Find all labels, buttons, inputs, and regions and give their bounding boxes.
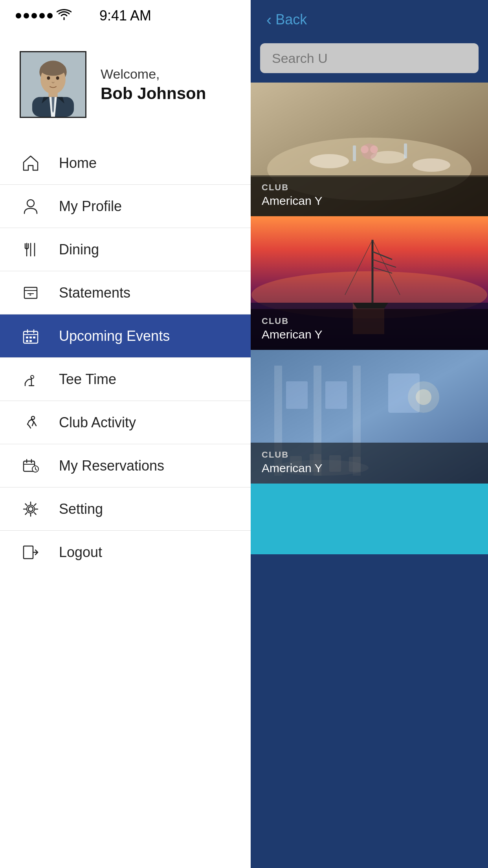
tee-time-icon bbox=[20, 371, 42, 388]
profile-header: Welcome, Bob Johnson bbox=[0, 31, 251, 142]
svg-point-3 bbox=[40, 62, 66, 76]
back-label: Back bbox=[275, 11, 307, 28]
welcome-label: Welcome, bbox=[101, 66, 206, 82]
sidebar-item-my-profile[interactable]: My Profile bbox=[0, 185, 251, 228]
svg-rect-54 bbox=[353, 145, 356, 161]
svg-point-13 bbox=[27, 200, 34, 207]
svg-rect-27 bbox=[29, 337, 32, 338]
sidebar-item-home-label: Home bbox=[59, 155, 97, 171]
card-1-name-label: American Y bbox=[262, 194, 477, 208]
card-1-club-label: CLUB bbox=[262, 182, 477, 193]
sidebar-item-logout-label: Logout bbox=[59, 544, 102, 561]
search-input[interactable] bbox=[272, 51, 467, 66]
events-icon bbox=[20, 327, 42, 345]
card-1-overlay: CLUB American Y bbox=[251, 175, 488, 216]
svg-point-53 bbox=[413, 158, 450, 172]
svg-line-37 bbox=[29, 419, 31, 421]
cards-list: CLUB American Y bbox=[251, 83, 488, 868]
back-button[interactable]: ‹ Back bbox=[266, 11, 307, 29]
right-panel: ‹ Back bbox=[251, 0, 488, 868]
logout-icon bbox=[20, 544, 42, 561]
sidebar-item-logout[interactable]: Logout bbox=[0, 531, 251, 574]
status-bar: 9:41 AM bbox=[0, 0, 251, 31]
nav-menu: Home My Profile Dining bbox=[0, 142, 251, 868]
reservations-icon bbox=[20, 457, 42, 474]
svg-point-58 bbox=[370, 145, 378, 153]
signal-indicators bbox=[16, 9, 72, 23]
card-3-club-label: CLUB bbox=[262, 450, 477, 460]
right-header: ‹ Back bbox=[251, 4, 488, 35]
svg-rect-26 bbox=[26, 337, 28, 338]
sidebar-item-statements[interactable]: $ Statements bbox=[0, 271, 251, 314]
club-card-2[interactable]: CLUB American Y bbox=[251, 216, 488, 350]
sidebar-item-statements-label: Statements bbox=[59, 285, 130, 301]
svg-rect-75 bbox=[325, 381, 347, 409]
svg-rect-47 bbox=[24, 546, 33, 559]
card-2-name-label: American Y bbox=[262, 328, 477, 341]
svg-rect-28 bbox=[33, 337, 35, 338]
svg-point-57 bbox=[361, 145, 369, 153]
left-panel: 9:41 AM bbox=[0, 0, 251, 868]
svg-point-45 bbox=[28, 507, 33, 511]
statements-icon: $ bbox=[20, 284, 42, 302]
sidebar-item-my-reservations-label: My Reservations bbox=[59, 458, 164, 474]
wifi-icon bbox=[57, 9, 72, 23]
search-bar[interactable] bbox=[260, 43, 479, 73]
avatar bbox=[20, 51, 86, 118]
user-name: Bob Johnson bbox=[101, 84, 206, 103]
dot1 bbox=[16, 13, 21, 18]
sidebar-item-dining[interactable]: Dining bbox=[0, 228, 251, 271]
cell-signal bbox=[16, 13, 53, 18]
sidebar-item-tee-time-label: Tee Time bbox=[59, 371, 116, 388]
sidebar-item-club-activity-label: Club Activity bbox=[59, 414, 136, 431]
profile-icon bbox=[20, 198, 42, 215]
card-3-name-label: American Y bbox=[262, 462, 477, 475]
dining-icon bbox=[20, 241, 42, 258]
svg-point-35 bbox=[31, 416, 35, 419]
dot4 bbox=[39, 13, 45, 18]
card-2-club-label: CLUB bbox=[262, 316, 477, 326]
club-card-1[interactable]: CLUB American Y bbox=[251, 83, 488, 216]
club-activity-icon bbox=[20, 414, 42, 431]
status-time: 9:41 AM bbox=[99, 7, 151, 24]
svg-point-33 bbox=[31, 375, 34, 379]
sidebar-item-upcoming-events-label: Upcoming Events bbox=[59, 328, 170, 344]
svg-point-51 bbox=[310, 154, 349, 168]
sidebar-item-setting-label: Setting bbox=[59, 501, 103, 517]
welcome-text: Welcome, Bob Johnson bbox=[101, 66, 206, 103]
dot3 bbox=[31, 13, 37, 18]
sidebar-item-club-activity[interactable]: Club Activity bbox=[0, 401, 251, 444]
svg-text:$: $ bbox=[29, 292, 31, 296]
sidebar-item-tee-time[interactable]: Tee Time bbox=[0, 358, 251, 401]
club-card-3[interactable]: CLUB American Y bbox=[251, 350, 488, 484]
card-2-overlay: CLUB American Y bbox=[251, 309, 488, 350]
avatar-image bbox=[21, 52, 85, 117]
sidebar-item-dining-label: Dining bbox=[59, 241, 99, 258]
card-3-overlay: CLUB American Y bbox=[251, 443, 488, 484]
dot5 bbox=[47, 13, 53, 18]
svg-rect-30 bbox=[29, 340, 32, 342]
sidebar-item-my-profile-label: My Profile bbox=[59, 198, 122, 215]
back-chevron-icon: ‹ bbox=[266, 11, 272, 29]
dot2 bbox=[24, 13, 29, 18]
svg-point-10 bbox=[47, 76, 50, 80]
svg-rect-29 bbox=[26, 340, 28, 342]
svg-marker-12 bbox=[24, 156, 38, 170]
svg-rect-74 bbox=[286, 381, 308, 409]
settings-icon bbox=[20, 500, 42, 518]
sidebar-item-setting[interactable]: Setting bbox=[0, 487, 251, 531]
sidebar-item-home[interactable]: Home bbox=[0, 142, 251, 185]
svg-point-11 bbox=[56, 76, 59, 80]
sidebar-item-my-reservations[interactable]: My Reservations bbox=[0, 444, 251, 487]
sidebar-item-upcoming-events[interactable]: Upcoming Events bbox=[0, 314, 251, 358]
svg-line-36 bbox=[32, 422, 34, 426]
svg-rect-55 bbox=[404, 143, 407, 158]
svg-point-83 bbox=[416, 389, 431, 405]
club-card-4[interactable] bbox=[251, 484, 488, 554]
home-icon bbox=[20, 154, 42, 172]
